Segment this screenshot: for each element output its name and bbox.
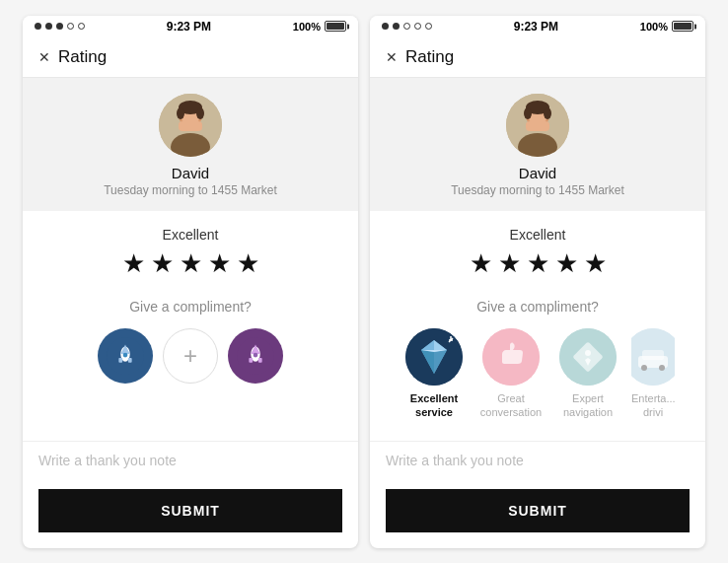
gem-svg: [405, 328, 463, 386]
compliment-section-left: Give a compliment? +: [23, 289, 358, 441]
rstar4[interactable]: ★: [555, 248, 578, 279]
entertainment-label: Enterta...drivi: [631, 391, 675, 420]
rating-label-right: Excellent: [510, 227, 566, 243]
thumb-icon: [482, 328, 540, 386]
compliment-title-right: Give a compliment?: [386, 299, 690, 315]
rdot2: [393, 23, 400, 30]
rating-section-right: Excellent ★ ★ ★ ★ ★: [370, 211, 705, 289]
header-right: ✕ Rating: [370, 37, 705, 78]
rating-section-left: Excellent ★ ★ ★ ★ ★: [23, 211, 358, 289]
close-button-left[interactable]: ✕: [38, 49, 50, 65]
submit-button-left[interactable]: SUBMIT: [38, 489, 342, 532]
driver-trip-right: Tuesday morning to 1455 Market: [451, 183, 624, 197]
driver-name-left: David: [172, 165, 209, 181]
driver-name-right: David: [519, 165, 556, 181]
nav-icon: [559, 328, 617, 386]
battery-left: 100%: [293, 21, 346, 33]
thumb-svg: [482, 328, 540, 386]
thank-you-right: Write a thank you note: [370, 441, 705, 479]
compliment-items-right: Excellent service Greatconversation: [386, 328, 690, 420]
avatar-left: [159, 94, 222, 157]
battery-icon-left: [325, 21, 346, 32]
svg-point-45: [641, 365, 647, 371]
status-bar-right: 9:23 PM 100%: [370, 16, 705, 37]
dot5: [78, 23, 85, 30]
status-bar-left: 9:23 PM 100%: [23, 16, 358, 37]
svg-point-13: [123, 352, 128, 357]
battery-icon-right: [672, 21, 693, 32]
svg-rect-4: [179, 121, 202, 131]
rstar1[interactable]: ★: [470, 248, 492, 279]
rdot5: [425, 23, 432, 30]
svg-point-41: [585, 350, 591, 356]
rdot1: [382, 23, 389, 30]
signal-dots-right: [382, 23, 432, 30]
battery-pct-right: 100%: [640, 21, 668, 33]
svg-rect-11: [118, 357, 122, 362]
svg-rect-24: [526, 121, 549, 131]
star3[interactable]: ★: [180, 248, 202, 279]
app-container: 9:23 PM 100% ✕ Rating: [0, 0, 728, 563]
avatar-svg-right: [506, 94, 569, 157]
car-icon: [631, 328, 675, 386]
rocket-svg-1: [107, 337, 144, 375]
rocket-svg-2: [237, 337, 274, 375]
rstar3[interactable]: ★: [527, 248, 549, 279]
svg-point-7: [196, 107, 204, 119]
svg-point-19: [254, 352, 258, 357]
excellent-service-label: Excellent service: [400, 391, 468, 420]
compliment-item-navigation[interactable]: Expertnavigation: [554, 328, 621, 420]
time-left: 9:23 PM: [167, 20, 211, 34]
plus-icon: +: [183, 344, 197, 368]
header-title-left: Rating: [58, 47, 107, 67]
expert-navigation-label: Expertnavigation: [563, 391, 613, 420]
battery-fill-left: [327, 23, 344, 30]
star1[interactable]: ★: [122, 248, 145, 279]
header-title-right: Rating: [405, 47, 454, 67]
dot3: [56, 23, 63, 30]
svg-rect-12: [128, 357, 132, 362]
thank-you-placeholder-right: Write a thank you note: [386, 453, 524, 468]
time-right: 9:23 PM: [514, 20, 558, 34]
phone-left: 9:23 PM 100% ✕ Rating: [23, 16, 358, 548]
compliment-icons-left: +: [38, 328, 342, 384]
great-conversation-label: Greatconversation: [480, 391, 542, 420]
dot4: [67, 23, 74, 30]
compliment-rocket-left-icon[interactable]: [98, 328, 153, 384]
phone-right: 9:23 PM 100% ✕ Rating: [370, 16, 705, 548]
compliment-item-conversation[interactable]: Greatconversation: [477, 328, 545, 420]
profile-section-right: David Tuesday morning to 1455 Market: [370, 78, 705, 211]
compliment-title-left: Give a compliment?: [38, 299, 342, 315]
rstar2[interactable]: ★: [498, 248, 521, 279]
close-button-right[interactable]: ✕: [386, 49, 398, 65]
rstar5[interactable]: ★: [584, 248, 607, 279]
gem-icon: [405, 328, 463, 386]
signal-dots-left: [35, 23, 85, 30]
battery-fill-right: [674, 23, 692, 30]
submit-button-right[interactable]: SUBMIT: [386, 489, 690, 532]
driver-trip-left: Tuesday morning to 1455 Market: [104, 183, 277, 197]
avatar-right: [506, 94, 569, 157]
svg-point-46: [659, 365, 665, 371]
star4[interactable]: ★: [208, 248, 231, 279]
stars-left: ★ ★ ★ ★ ★: [122, 248, 259, 279]
svg-rect-18: [258, 357, 262, 362]
battery-right: 100%: [640, 21, 693, 33]
rating-label-left: Excellent: [163, 227, 219, 243]
compliment-item-entertainment[interactable]: Enterta...drivi: [631, 328, 675, 420]
svg-rect-17: [249, 357, 253, 362]
stars-right: ★ ★ ★ ★ ★: [470, 248, 607, 279]
rdot3: [403, 23, 410, 30]
thank-you-placeholder-left: Write a thank you note: [38, 453, 177, 468]
compliment-section-right: Give a compliment?: [370, 289, 705, 441]
profile-section-left: David Tuesday morning to 1455 Market: [23, 78, 358, 211]
compliment-item-excellent[interactable]: Excellent service: [400, 328, 468, 420]
rdot4: [414, 23, 421, 30]
compliment-rocket-right-icon[interactable]: [228, 328, 283, 384]
star5[interactable]: ★: [237, 248, 259, 279]
svg-point-27: [544, 107, 551, 119]
star2[interactable]: ★: [151, 248, 174, 279]
add-compliment-button[interactable]: +: [163, 328, 218, 384]
battery-pct-left: 100%: [293, 21, 321, 33]
header-left: ✕ Rating: [23, 37, 358, 78]
